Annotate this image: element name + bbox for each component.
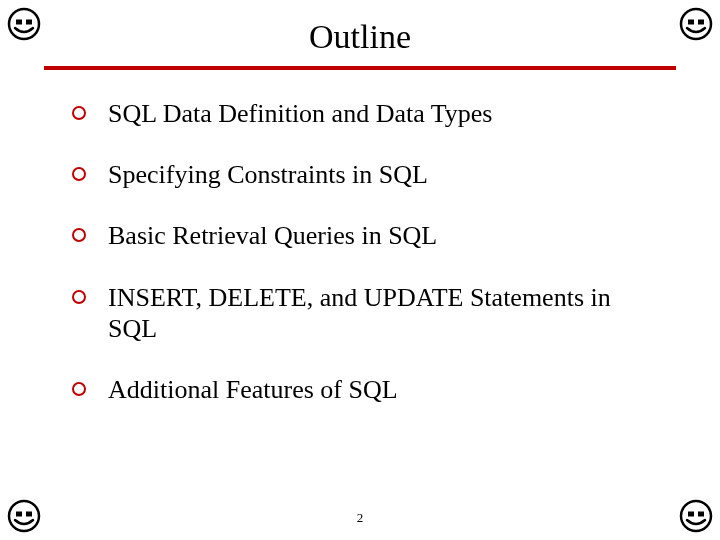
svg-rect-4	[688, 20, 694, 25]
svg-rect-1	[16, 20, 22, 25]
bullet-text: Specifying Constraints in SQL	[108, 159, 660, 190]
list-item: SQL Data Definition and Data Types	[72, 98, 660, 129]
bullet-text: Additional Features of SQL	[108, 374, 660, 405]
decorative-corner-icon-top-right	[678, 6, 714, 42]
bullet-text: Basic Retrieval Queries in SQL	[108, 220, 660, 251]
slide: Outline SQL Data Definition and Data Typ…	[0, 0, 720, 540]
bullet-icon	[72, 167, 86, 181]
bullet-icon	[72, 290, 86, 304]
list-item: Basic Retrieval Queries in SQL	[72, 220, 660, 251]
list-item: Specifying Constraints in SQL	[72, 159, 660, 190]
decorative-corner-icon-top-left	[6, 6, 42, 42]
list-item: Additional Features of SQL	[72, 374, 660, 405]
list-item: INSERT, DELETE, and UPDATE Statements in…	[72, 282, 660, 344]
page-number: 2	[0, 510, 720, 526]
svg-point-3	[681, 9, 711, 39]
bullet-text: INSERT, DELETE, and UPDATE Statements in…	[108, 282, 660, 344]
bullet-list: SQL Data Definition and Data Types Speci…	[72, 98, 660, 405]
bullet-icon	[72, 382, 86, 396]
bullet-icon	[72, 106, 86, 120]
slide-title: Outline	[0, 0, 720, 62]
svg-point-0	[9, 9, 39, 39]
bullet-icon	[72, 228, 86, 242]
slide-body: SQL Data Definition and Data Types Speci…	[0, 70, 720, 405]
bullet-text: SQL Data Definition and Data Types	[108, 98, 660, 129]
svg-rect-2	[26, 20, 32, 25]
svg-rect-5	[698, 20, 704, 25]
